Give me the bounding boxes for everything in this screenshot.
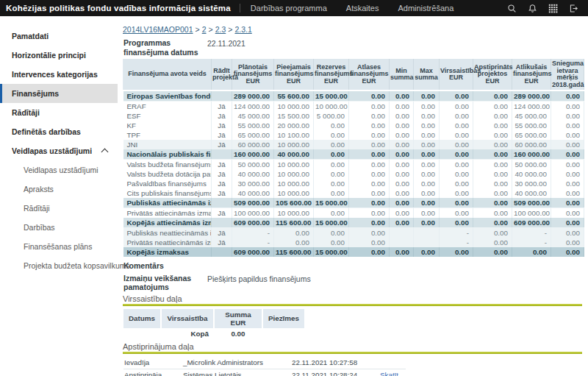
amount-cell: 0.00 bbox=[414, 247, 440, 257]
amount-cell: 124 000.00 bbox=[232, 101, 274, 111]
breadcrumb-link[interactable]: 2.3.1 bbox=[234, 25, 251, 34]
finance-row: Valsts budžeta finansējumsJā50 000.0010 … bbox=[123, 159, 584, 169]
logout-icon[interactable] bbox=[568, 3, 579, 14]
show-in-project-cell: Jā bbox=[212, 159, 232, 169]
breadcrumb-link[interactable]: 2 bbox=[202, 25, 207, 34]
amount-cell: 0.00 bbox=[390, 247, 414, 257]
approval-section-title: Apstiprinājuma daļa bbox=[123, 342, 582, 351]
finance-row: Kopējās attiecināmās izmaksas609 000.001… bbox=[123, 218, 584, 228]
sidebar-item[interactable]: Darbības bbox=[0, 218, 118, 237]
amount-cell: 0.00 bbox=[390, 101, 414, 111]
amount-cell: 0.00 bbox=[440, 140, 473, 149]
amount-cell: 60 000.00 bbox=[232, 140, 274, 149]
show-in-project-cell: Jā bbox=[212, 121, 232, 130]
sidebar-item[interactable]: Apraksts bbox=[0, 180, 118, 199]
amount-cell: 0.00 bbox=[440, 188, 473, 198]
amount-cell: 0.00 bbox=[349, 247, 390, 257]
show-in-project-cell: Jā bbox=[212, 188, 232, 198]
breadcrumb-link[interactable]: 2014LV16MAOP001 bbox=[123, 25, 193, 34]
amount-cell: 55 000.00 bbox=[512, 121, 551, 130]
sidebar-item[interactable]: Intervences kategorijas bbox=[0, 65, 118, 84]
amount-cell: 0.00 bbox=[314, 159, 349, 169]
finance-column-header: Rādīt projektā bbox=[212, 59, 232, 91]
breadcrumb-link[interactable]: 2.3 bbox=[215, 25, 226, 34]
amount-cell: 0.00 bbox=[414, 121, 440, 130]
sidebar-item[interactable]: Rādītāji bbox=[0, 199, 118, 218]
top-nav-item[interactable]: Atskaites bbox=[346, 4, 379, 13]
sidebar-item[interactable]: Finansēšanas plāns bbox=[0, 237, 118, 256]
amount-cell: 0.00 bbox=[349, 101, 390, 111]
show-in-project-cell: Jā bbox=[212, 101, 232, 111]
show-in-project-cell bbox=[212, 91, 232, 102]
approval-datetime-cell: 22.11.2021 10:27:58 bbox=[291, 357, 379, 369]
overcommitment-section-title: Virssaistību daļa bbox=[123, 294, 582, 303]
approval-user-cell: _Microlink Administrators bbox=[182, 357, 291, 369]
show-in-project-cell bbox=[212, 247, 232, 257]
amount-cell: 10 000.00 bbox=[274, 179, 314, 188]
sidebar-item[interactable]: Pamatdati bbox=[0, 26, 118, 46]
sidebar-item[interactable]: Rādītāji bbox=[0, 103, 118, 122]
sidebar-item-label: Rādītāji bbox=[24, 204, 50, 213]
amount-cell: 65 000.00 bbox=[232, 130, 274, 140]
amount-cell: 0.00 bbox=[414, 111, 440, 121]
breadcrumb-separator: > bbox=[209, 25, 213, 34]
breadcrumb-separator: > bbox=[228, 25, 232, 34]
amount-cell: 0.00 bbox=[390, 188, 414, 198]
view-link[interactable]: Skatīt bbox=[380, 371, 398, 376]
amount-cell: 0.00 bbox=[314, 238, 349, 247]
finance-table: Finansējuma avota veidsRādīt projektāPlā… bbox=[123, 59, 584, 257]
show-in-project-cell: Jā bbox=[212, 169, 232, 179]
amount-cell: 0.00 bbox=[551, 130, 584, 140]
amount-cell: 0.00 bbox=[390, 169, 414, 179]
amount-cell: 0.00 bbox=[551, 238, 584, 247]
amount-cell: 0.00 bbox=[473, 198, 512, 208]
amount-cell: 0.00 bbox=[314, 130, 349, 140]
sidebar-item[interactable]: Finansējums bbox=[0, 84, 118, 103]
sidebar-item[interactable]: Definētās darbības bbox=[0, 122, 118, 141]
amount-cell: 0.00 bbox=[314, 169, 349, 179]
amount-cell: 0.00 bbox=[414, 130, 440, 140]
amount-cell: 0.00 bbox=[414, 207, 440, 218]
amount-cell: 0.00 bbox=[349, 198, 390, 208]
finance-row: Valsts budžeta dotācija pašvaldībāmJā40 … bbox=[123, 169, 584, 179]
breadcrumb: 2014LV16MAOP001>2>2.3>2.3.1 bbox=[123, 25, 582, 34]
amount-cell bbox=[414, 238, 440, 247]
amount-cell: - bbox=[232, 227, 274, 238]
amount-cell: 0.00 bbox=[349, 121, 390, 130]
notifications-icon[interactable] bbox=[527, 3, 538, 14]
approval-link-cell: Skatīt bbox=[379, 369, 406, 376]
amount-cell: 5 000.00 bbox=[314, 111, 349, 121]
amount-cell: 0.00 bbox=[551, 179, 584, 188]
amount-cell: 0.00 bbox=[390, 149, 414, 160]
finance-row: Privātās attiecināmās izmaksasJā100 000.… bbox=[123, 207, 584, 218]
overcommitment-table: DatumsVirssaistībaSumma EURPiezīmes Kopā… bbox=[123, 309, 306, 339]
finance-column-header: Apstiprināts projektos EUR bbox=[473, 59, 512, 91]
amount-cell: 0.00 bbox=[473, 130, 512, 140]
sidebar-item[interactable]: Veidlapas uzstādījumi bbox=[0, 160, 118, 180]
amount-cell: 0.00 bbox=[349, 188, 390, 198]
show-in-project-cell: Jā bbox=[212, 207, 232, 218]
app-switcher-icon[interactable] bbox=[548, 3, 559, 14]
approval-role-cell: Ievadīja bbox=[123, 357, 182, 369]
funding-source-cell: Kopējās attiecināmās izmaksas bbox=[123, 218, 212, 228]
amount-cell: 0.00 bbox=[314, 121, 349, 130]
sidebar-item[interactable]: Horizontālie principi bbox=[0, 46, 118, 65]
amount-cell: 15 000.00 bbox=[314, 218, 349, 228]
top-nav-item[interactable]: Administrēšana bbox=[398, 4, 453, 13]
sidebar-item[interactable]: Veidlapas uzstādījumi bbox=[0, 141, 118, 160]
finance-column-header: Rezerves finansējums EUR bbox=[314, 59, 349, 91]
amount-cell: 15 500.00 bbox=[274, 111, 314, 121]
amount-cell: 40 000.00 bbox=[232, 188, 274, 198]
amount-cell: 10 100.00 bbox=[274, 130, 314, 140]
amount-cell: 50 000.00 bbox=[232, 159, 274, 169]
amount-cell: 65 000.00 bbox=[512, 130, 551, 140]
amount-cell: 0.00 bbox=[390, 91, 414, 102]
top-nav-item[interactable]: Darbības programma bbox=[251, 4, 327, 13]
search-icon[interactable] bbox=[506, 3, 517, 14]
amount-cell: 0.00 bbox=[390, 140, 414, 149]
finance-column-header: Max summa bbox=[414, 59, 440, 91]
sidebar-item[interactable]: Projekta budžeta kopsavilkums bbox=[0, 256, 118, 275]
amount-cell: 0.00 bbox=[440, 91, 473, 102]
amount-cell: 0.00 bbox=[473, 247, 512, 257]
amount-cell: 0.00 bbox=[473, 227, 512, 238]
